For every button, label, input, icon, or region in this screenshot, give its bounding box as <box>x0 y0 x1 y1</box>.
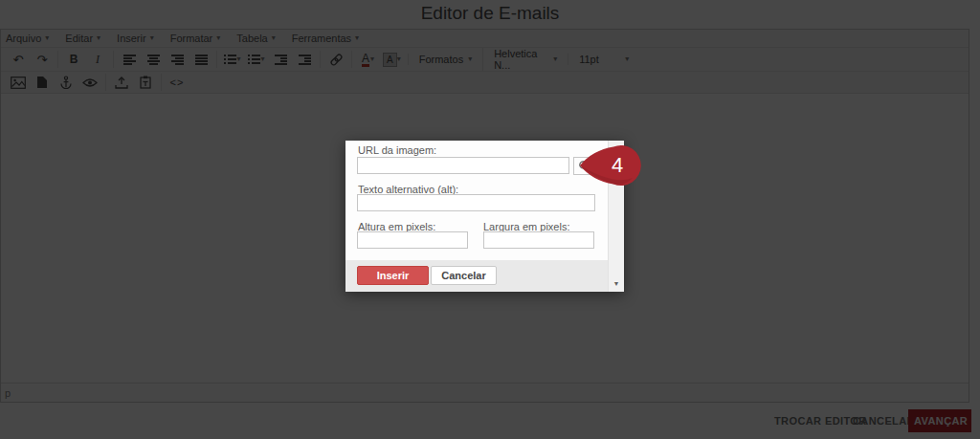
screen: Editor de E-mails Arquivo▾ Editar▾ Inser… <box>0 0 980 439</box>
height-input[interactable] <box>357 231 468 249</box>
width-input[interactable] <box>483 231 594 249</box>
image-url-input[interactable] <box>357 157 569 174</box>
step-badge: 4 <box>579 143 642 191</box>
step-number: 4 <box>612 153 623 177</box>
scroll-down-icon[interactable]: ▼ <box>609 280 624 287</box>
dialog-footer: Inserir Cancelar <box>345 260 609 292</box>
inserir-button[interactable]: Inserir <box>357 266 429 285</box>
dialog-cancelar-button[interactable]: Cancelar <box>431 266 497 285</box>
step-4-pin-icon: 4 <box>579 143 642 187</box>
alt-text-input[interactable] <box>357 194 595 211</box>
url-label: URL da imagem: <box>358 144 436 156</box>
